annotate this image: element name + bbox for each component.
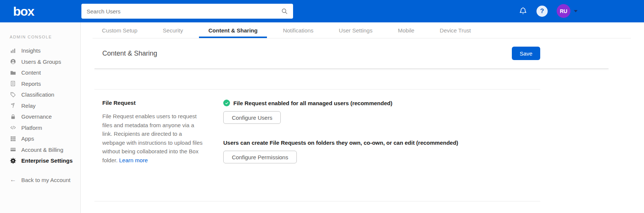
page-header: Content & Sharing Save — [102, 38, 540, 68]
grid-icon — [10, 135, 16, 142]
back-to-account-link[interactable]: ← Back to my Account — [0, 175, 80, 186]
sidebar-item-apps[interactable]: Apps — [0, 133, 80, 144]
sidebar-item-label: Classification — [21, 91, 54, 98]
file-request-description-text: File Request enables users to request fi… — [102, 113, 203, 163]
tag-icon — [10, 91, 16, 98]
sidebar-item-label: Users & Groups — [21, 59, 61, 65]
sidebar-item-classification[interactable]: Classification — [0, 89, 80, 100]
check-circle-icon — [223, 100, 230, 106]
sidebar-item-label: Insights — [21, 47, 41, 54]
file-request-info: File Request File Request enables users … — [102, 100, 203, 165]
file-request-description: File Request enables users to request fi… — [102, 112, 203, 165]
search-box[interactable] — [81, 4, 293, 19]
lock-icon — [10, 113, 16, 120]
search-input[interactable] — [81, 4, 281, 19]
help-icon[interactable]: ? — [536, 6, 548, 17]
back-arrow-icon: ← — [10, 176, 16, 184]
admin-sidebar: ADMIN CONSOLE Insights Users & Groups Co… — [0, 22, 81, 213]
tab-user-settings[interactable]: User Settings — [330, 22, 382, 38]
credit-card-icon — [10, 146, 16, 153]
file-request-status-row: File Request enabled for all managed use… — [223, 100, 458, 106]
sidebar-item-content[interactable]: Content — [0, 67, 80, 78]
header-divider — [94, 68, 609, 69]
sidebar-item-platform[interactable]: Platform — [0, 122, 80, 134]
box-logo: box — [13, 2, 34, 20]
file-request-title: File Request — [102, 100, 203, 106]
sidebar-item-insights[interactable]: Insights — [0, 45, 80, 56]
sidebar-item-label: Relay — [21, 103, 35, 109]
report-icon — [10, 80, 16, 87]
sidebar-item-users-groups[interactable]: Users & Groups — [0, 56, 80, 68]
configure-permissions-button[interactable]: Configure Permissions — [223, 151, 297, 163]
tab-device-trust[interactable]: Device Trust — [430, 22, 480, 38]
sidebar-item-enterprise-settings[interactable]: Enterprise Settings — [0, 155, 80, 166]
sidebar-item-label: Governance — [21, 113, 52, 120]
tab-custom-setup[interactable]: Custom Setup — [93, 22, 147, 38]
section-divider-top — [94, 89, 540, 90]
file-request-permission-text: Users can create File Requests on folder… — [223, 140, 458, 146]
sidebar-item-reports[interactable]: Reports — [0, 78, 80, 90]
save-button[interactable]: Save — [512, 47, 540, 60]
tab-notifications[interactable]: Notifications — [274, 22, 323, 38]
section-divider-bottom — [94, 201, 540, 201]
file-request-status-text: File Request enabled for all managed use… — [233, 100, 392, 106]
learn-more-link[interactable]: Learn more — [119, 157, 148, 163]
users-icon — [10, 58, 16, 65]
account-menu-caret-icon[interactable] — [574, 10, 578, 12]
top-bar: box ? RU — [0, 0, 644, 22]
sidebar-item-label: Apps — [21, 135, 34, 142]
file-request-controls: File Request enabled for all managed use… — [223, 100, 458, 165]
settings-tabs: Custom Setup Security Content & Sharing … — [93, 22, 631, 38]
page-title: Content & Sharing — [102, 50, 157, 57]
tab-content-sharing[interactable]: Content & Sharing — [199, 22, 267, 38]
sidebar-item-label: Account & Billing — [21, 147, 63, 153]
file-request-section: File Request File Request enables users … — [102, 100, 644, 165]
sidebar-menu: Insights Users & Groups Content Reports — [0, 45, 80, 166]
folder-icon — [10, 69, 16, 76]
sidebar-item-governance[interactable]: Governance — [0, 111, 80, 122]
code-icon — [10, 124, 16, 131]
back-to-account-label: Back to my Account — [21, 177, 71, 183]
configure-users-button[interactable]: Configure Users — [223, 111, 281, 124]
tab-mobile[interactable]: Mobile — [389, 22, 424, 38]
tab-security[interactable]: Security — [153, 22, 192, 38]
main-content: Custom Setup Security Content & Sharing … — [81, 22, 644, 213]
sidebar-item-label: Content — [21, 69, 41, 76]
sidebar-item-label: Enterprise Settings — [21, 157, 73, 164]
sidebar-item-label: Reports — [21, 81, 41, 87]
sidebar-item-relay[interactable]: Relay — [0, 100, 80, 112]
notifications-bell-icon[interactable] — [518, 6, 528, 16]
bar-chart-icon — [10, 47, 16, 54]
sidebar-item-account-billing[interactable]: Account & Billing — [0, 144, 80, 156]
gear-icon — [10, 157, 16, 164]
search-icon[interactable] — [281, 7, 288, 15]
sidebar-section-label: ADMIN CONSOLE — [10, 35, 80, 39]
flag-icon — [10, 102, 16, 109]
sidebar-item-label: Platform — [21, 125, 42, 131]
user-avatar[interactable]: RU — [557, 4, 570, 18]
